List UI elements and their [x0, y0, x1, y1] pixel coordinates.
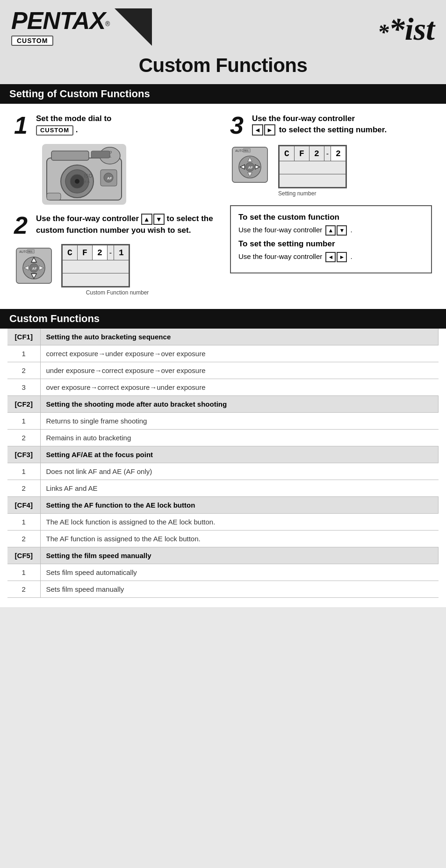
- table-row: 2 Remains in auto bracketing: [7, 430, 439, 446]
- cf-desc: Links AF and AE: [40, 480, 439, 497]
- cf-desc: over exposure→correct exposure→under exp…: [40, 379, 439, 396]
- section1-header: Setting of Custom Functions: [0, 84, 446, 104]
- cf-desc: Does not link AF and AE (AF only): [40, 463, 439, 480]
- table-row: [CF4] Setting the AF function to the AE …: [7, 497, 439, 514]
- controller-svg-step2: AUTO SEL: [14, 246, 54, 286]
- svg-text:SEL: SEL: [28, 250, 33, 253]
- svg-text:ISO: ISO: [84, 173, 92, 179]
- step2-number: 2: [14, 213, 28, 237]
- svg-text:SEL: SEL: [244, 149, 249, 152]
- cf-num: 2: [7, 480, 40, 497]
- cf-desc: Sets film speed automatically: [40, 564, 439, 581]
- cf-num: 1: [7, 413, 40, 430]
- cf-header-desc: Setting the shooting mode after auto bra…: [40, 396, 439, 413]
- steps-area: 1 Set the mode dial to CUSTOM .: [9, 104, 437, 309]
- step3: 3 Use the four-way controller ◄ ► to sel…: [230, 113, 432, 197]
- cf-num: 1: [7, 564, 40, 581]
- up-arrow-btn: ▲: [141, 214, 152, 225]
- step3-text: Use the four-way controller ◄ ► to selec…: [252, 113, 387, 136]
- svg-point-5: [75, 179, 79, 184]
- table-row: [CF1] Setting the auto bracketing sequen…: [7, 329, 439, 345]
- custom-badge-inline: CUSTOM: [36, 125, 73, 136]
- cf-desc: Remains in auto bracketing: [40, 430, 439, 446]
- svg-rect-1: [51, 151, 89, 160]
- svg-text:AF: AF: [248, 165, 253, 170]
- table-row: 3 over exposure→correct exposure→under e…: [7, 379, 439, 396]
- left-arrow-btn: ◄: [252, 124, 263, 136]
- cf-num: 2: [7, 430, 40, 446]
- steps-left: 1 Set the mode dial to CUSTOM .: [14, 113, 225, 304]
- table-row: 2 Sets film speed manually: [7, 581, 439, 598]
- step2-cf-display: C F 2 - 1: [61, 244, 130, 287]
- cf-table-wrapper: [CF1] Setting the auto bracketing sequen…: [0, 329, 446, 607]
- page: PENTAX® CUSTOM **ist Custom Functions Se…: [0, 0, 446, 607]
- svg-text:AF: AF: [32, 266, 37, 271]
- page-title: Custom Functions: [0, 51, 446, 84]
- cf-num: 3: [7, 379, 40, 396]
- camera-svg: AUTO SEL AF ISO M A: [42, 144, 126, 205]
- cf-desc: The AF function is assigned to the AE lo…: [40, 531, 439, 547]
- cf-desc: correct exposure→under exposure→over exp…: [40, 345, 439, 362]
- controller-svg-step3: AUTO SEL AF: [230, 145, 270, 185]
- table-row: 1 Returns to single frame shooting: [7, 413, 439, 430]
- cf-desc: The AE lock function is assigned to the …: [40, 514, 439, 531]
- svg-rect-9: [91, 151, 110, 158]
- cf-label: [CF1]: [7, 329, 40, 345]
- svg-text:M A: M A: [83, 179, 90, 184]
- step3-caption: Setting number: [278, 190, 316, 197]
- cf-num: 1: [7, 514, 40, 531]
- camera-diagram: AUTO SEL AF ISO M A: [42, 144, 126, 205]
- cf-num: 2: [7, 581, 40, 598]
- cf-label: [CF4]: [7, 497, 40, 514]
- info-box: To set the custom function Use the four-…: [230, 205, 432, 273]
- table-row: 1 Does not link AF and AE (AF only): [7, 463, 439, 480]
- cf-label: [CF5]: [7, 547, 40, 564]
- cf-grid-step2: C F 2 - 1: [62, 245, 129, 287]
- section2-header: Custom Functions: [0, 309, 446, 329]
- table-row: [CF2] Setting the shooting mode after au…: [7, 396, 439, 413]
- table-row: [CF5] Setting the film speed manually: [7, 547, 439, 564]
- step2-diagrams: AUTO SEL: [14, 244, 216, 287]
- table-row: 1 Sets film speed automatically: [7, 564, 439, 581]
- cf-header-desc: Setting the auto bracketing sequence: [40, 329, 439, 345]
- table-row: 2 under exposure→correct exposure→over e…: [7, 362, 439, 379]
- cf-num: 1: [7, 463, 40, 480]
- cf-desc: Returns to single frame shooting: [40, 413, 439, 430]
- svg-text:AF: AF: [107, 176, 112, 180]
- cf-table: [CF1] Setting the auto bracketing sequen…: [7, 329, 439, 598]
- cf-label: [CF2]: [7, 396, 40, 413]
- svg-text:AUTO: AUTO: [235, 149, 244, 152]
- table-row: 2 Links AF and AE: [7, 480, 439, 497]
- steps-content: 1 Set the mode dial to CUSTOM .: [0, 104, 446, 309]
- info-right-btn: ►: [337, 252, 347, 262]
- step3-diagrams: AUTO SEL AF: [230, 145, 432, 197]
- cf-grid-step3: C F 2 - 2: [279, 146, 346, 187]
- step2-caption: Custom Function number: [19, 289, 216, 296]
- ist-logo: **ist: [378, 8, 435, 45]
- header-left: PENTAX® CUSTOM: [11, 8, 110, 46]
- header: PENTAX® CUSTOM **ist: [0, 0, 446, 51]
- table-row: 1 correct exposure→under exposure→over e…: [7, 345, 439, 362]
- step2: 2 Use the four-way controller ▲ ▼ to sel…: [14, 213, 216, 296]
- down-arrow-btn: ▼: [153, 214, 165, 225]
- table-row: [CF3] Setting AF/AE at the focus point: [7, 446, 439, 463]
- step2-controller: AUTO SEL: [14, 246, 54, 287]
- info-box-body2: Use the four-way controller ◄ ► .: [238, 251, 424, 262]
- step2-text: Use the four-way controller ▲ ▼ to selec…: [36, 213, 216, 236]
- cf-header-desc: Setting the film speed manually: [40, 547, 439, 564]
- step3-cf-display: C F 2 - 2: [278, 145, 347, 197]
- table-row: 1 The AE lock function is assigned to th…: [7, 514, 439, 531]
- step1: 1 Set the mode dial to CUSTOM .: [14, 113, 216, 205]
- step3-number: 3: [230, 113, 244, 137]
- info-box-title1: To set the custom function: [238, 213, 424, 222]
- cf-header-desc: Setting AF/AE at the focus point: [40, 446, 439, 463]
- svg-rect-15: [47, 193, 61, 200]
- step3-controller: AUTO SEL AF: [230, 145, 270, 187]
- steps-right: 3 Use the four-way controller ◄ ► to sel…: [225, 113, 432, 304]
- cf-num: 2: [7, 362, 40, 379]
- right-arrow-btn: ►: [264, 124, 275, 136]
- info-up-btn: ▲: [325, 225, 336, 236]
- cf-num: 2: [7, 531, 40, 547]
- pentax-logo: PENTAX®: [11, 8, 110, 33]
- cf-desc: under exposure→correct exposure→over exp…: [40, 362, 439, 379]
